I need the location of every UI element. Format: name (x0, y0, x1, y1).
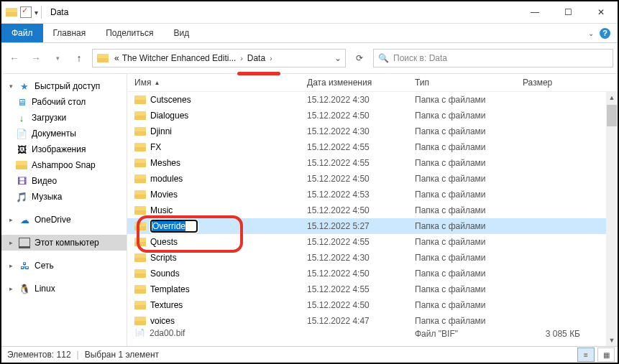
search-box[interactable]: 🔍 Поиск в: Data (373, 49, 613, 67)
sidebar-this-pc[interactable]: ▸ Этот компьютер (1, 235, 127, 251)
column-date[interactable]: Дата изменения (307, 78, 415, 88)
file-row-name-cell[interactable]: Movies (134, 190, 307, 200)
view-large-icons-button[interactable]: ▦ (597, 347, 615, 362)
file-row-name-cell[interactable]: Meshes (134, 158, 307, 168)
file-row-name-cell[interactable]: FX (134, 142, 307, 152)
sidebar-quick-access[interactable]: ▾ ★ Быстрый доступ (1, 78, 127, 94)
qat-properties-icon[interactable] (20, 6, 32, 18)
file-date-label: 15.12.2022 4:55 (307, 142, 415, 152)
minimize-button[interactable]: — (518, 1, 551, 23)
file-row[interactable]: Sounds15.12.2022 4:50Папка с файлами (127, 266, 618, 281)
file-row-name-cell[interactable]: Quests (134, 237, 307, 247)
file-row[interactable]: Templates15.12.2022 4:55Папка с файлами (127, 281, 618, 297)
sidebar-item-video[interactable]: 🎞 Видео (1, 173, 127, 189)
file-row[interactable]: Scripts15.12.2022 4:30Папка с файлами (127, 250, 618, 266)
sidebar-item-desktop[interactable]: 🖥 Рабочий стол (1, 94, 127, 110)
file-row[interactable]: voices15.12.2022 4:47Папка с файлами (127, 313, 618, 329)
expand-icon[interactable]: ▸ (7, 216, 14, 223)
expand-icon[interactable]: ▸ (7, 239, 14, 246)
sidebar-item-ashampoo[interactable]: Ashampoo Snap (1, 157, 127, 173)
recent-dropdown-icon[interactable]: ▾ (49, 55, 66, 62)
file-row[interactable]: FX15.12.2022 4:55Папка с файлами (127, 139, 618, 155)
column-name[interactable]: Имя ▲ (134, 78, 307, 88)
scroll-thumb[interactable] (607, 105, 617, 126)
breadcrumb-overflow[interactable]: « (113, 53, 121, 63)
file-row[interactable]: Textures15.12.2022 4:50Папка с файлами (127, 297, 618, 313)
expand-icon[interactable]: ▾ (7, 83, 14, 90)
sidebar-item-label: Видео (32, 176, 57, 186)
pictures-icon: 🖼 (16, 144, 27, 155)
file-row-name-cell[interactable]: Djinni (134, 126, 307, 136)
ribbon-collapse-icon[interactable]: ⌄ (588, 29, 594, 37)
folder-icon (134, 206, 146, 215)
rename-input[interactable] (150, 220, 198, 233)
sidebar-item-pictures[interactable]: 🖼 Изображения (1, 141, 127, 157)
sidebar-onedrive[interactable]: ▸ ☁ OneDrive (1, 212, 127, 228)
expand-icon[interactable]: ▸ (7, 262, 14, 269)
file-row[interactable]: Music15.12.2022 4:50Папка с файлами (127, 202, 618, 218)
file-row-name-cell[interactable]: Templates (134, 284, 307, 294)
up-button[interactable]: ↑ (70, 52, 88, 64)
file-list[interactable]: Cutscenes15.12.2022 4:30Папка с файламиD… (127, 92, 618, 346)
breadcrumb-item-1[interactable]: The Witcher Enhanced Editi... (121, 53, 238, 63)
file-row[interactable]: 15.12.2022 5:27Папка с файлами (127, 218, 618, 234)
sidebar-item-music[interactable]: 🎵 Музыка (1, 189, 127, 205)
file-row-name-cell[interactable]: Textures (134, 300, 307, 310)
tab-file[interactable]: Файл (1, 24, 43, 42)
sidebar-network[interactable]: ▸ 🖧 Сеть (1, 258, 127, 274)
column-type[interactable]: Тип (415, 78, 523, 88)
file-row-cutoff[interactable]: 📄2da00.bifФайл "BIF"3 085 КБ (127, 329, 618, 337)
file-row[interactable]: Dialogues15.12.2022 4:50Папка с файлами (127, 108, 618, 123)
file-row-name-cell[interactable]: Music (134, 205, 307, 215)
view-details-button[interactable]: ≡ (577, 347, 595, 362)
tab-home[interactable]: Главная (43, 24, 96, 42)
file-row-name-cell[interactable]: Scripts (134, 253, 307, 263)
file-row[interactable]: Djinni15.12.2022 4:30Папка с файлами (127, 123, 618, 139)
file-row[interactable]: Cutscenes15.12.2022 4:30Папка с файлами (127, 92, 618, 108)
breadcrumb-item-2[interactable]: Data (246, 53, 267, 63)
address-history-dropdown[interactable]: ⌄ (331, 53, 345, 63)
file-row-name-cell[interactable]: Dialogues (134, 111, 307, 121)
refresh-button[interactable]: ⟳ (350, 53, 369, 63)
close-button[interactable]: ✕ (584, 1, 618, 23)
folder-icon (134, 238, 146, 246)
folder-icon (134, 143, 146, 151)
video-icon: 🎞 (16, 175, 27, 187)
file-row-name-cell[interactable]: modules (134, 174, 307, 184)
folder-icon (134, 111, 146, 120)
qat-dropdown-icon[interactable]: ▾ (35, 9, 38, 17)
column-size[interactable]: Размер (523, 78, 580, 88)
tab-view[interactable]: Вид (163, 24, 199, 42)
file-row[interactable]: modules15.12.2022 4:50Папка с файлами (127, 171, 618, 187)
file-type-label: Папка с файлами (415, 221, 523, 231)
sidebar-item-downloads[interactable]: ↓ Загрузки (1, 110, 127, 126)
back-button[interactable]: ← (6, 52, 23, 64)
chevron-right-icon[interactable]: › (237, 55, 245, 62)
file-row[interactable]: Meshes15.12.2022 4:55Папка с файлами (127, 155, 618, 171)
sidebar-item-documents[interactable]: 📄 Документы (1, 126, 127, 141)
folder-icon (134, 127, 146, 136)
expand-icon[interactable]: ▸ (7, 285, 14, 292)
file-row-name-cell[interactable]: Sounds (134, 269, 307, 279)
file-row[interactable]: Quests15.12.2022 4:55Папка с файлами (127, 234, 618, 250)
file-date-label (307, 329, 415, 337)
titlebar: ▾ Data — ☐ ✕ (1, 1, 618, 24)
desktop-icon: 🖥 (16, 96, 27, 108)
file-row-name-cell[interactable]: voices (134, 316, 307, 326)
scroll-up-button[interactable]: ▲ (606, 92, 618, 103)
help-icon[interactable]: ? (600, 28, 610, 39)
maximize-button[interactable]: ☐ (551, 1, 584, 23)
vertical-scrollbar[interactable]: ▲ ▼ (606, 92, 618, 346)
forward-button[interactable]: → (27, 52, 45, 64)
scroll-down-button[interactable]: ▼ (606, 335, 618, 346)
sidebar-item-label: Музыка (32, 192, 62, 202)
folder-icon (134, 190, 146, 199)
qat-divider (41, 6, 42, 19)
file-row[interactable]: Movies15.12.2022 4:53Папка с файлами (127, 187, 618, 202)
tab-share[interactable]: Поделиться (96, 24, 163, 42)
chevron-right-icon[interactable]: › (267, 55, 275, 62)
address-bar[interactable]: « The Witcher Enhanced Editi... › Data ›… (92, 49, 346, 67)
file-row-name-cell[interactable]: Cutscenes (134, 95, 307, 105)
file-row-name-cell[interactable] (134, 220, 307, 233)
sidebar-linux[interactable]: ▸ 🐧 Linux (1, 281, 127, 297)
